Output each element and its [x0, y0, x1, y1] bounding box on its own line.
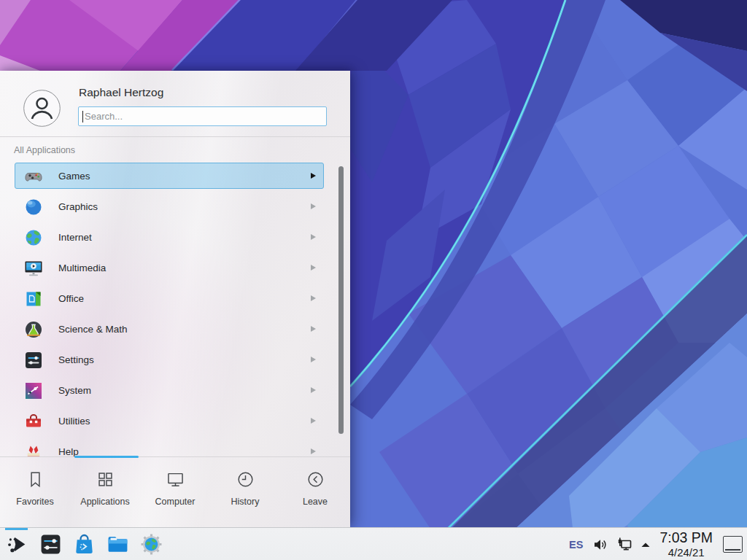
category-item-graphics[interactable]: Graphics [15, 193, 324, 219]
utilities-icon [23, 411, 44, 432]
category-label: Science & Math [58, 324, 128, 335]
submenu-arrow-icon [311, 387, 316, 393]
category-label: Multimedia [58, 262, 106, 273]
submenu-arrow-icon [311, 326, 316, 332]
expand-tray-icon[interactable] [640, 541, 651, 548]
category-item-help[interactable]: Help [15, 438, 324, 456]
category-item-settings[interactable]: Settings [15, 346, 324, 373]
taskbar-button-file-manager[interactable] [101, 528, 134, 560]
submenu-arrow-icon [311, 295, 316, 301]
help-icon [23, 442, 44, 456]
globe-icon [23, 228, 44, 248]
tab-history[interactable]: History [210, 457, 280, 527]
desktop: Raphael Hertzog Search... All Applicatio… [0, 0, 747, 560]
category-item-science-math[interactable]: Science & Math [15, 316, 324, 342]
search-placeholder: Search... [85, 111, 123, 122]
submenu-arrow-icon [311, 234, 316, 240]
volume-icon[interactable] [592, 537, 608, 553]
system-settings-icon [39, 533, 62, 556]
tab-label: Applications [80, 497, 129, 507]
clock-time: 7:03 PM [659, 531, 713, 545]
history-clock-icon [236, 470, 255, 489]
tab-applications[interactable]: Applications [70, 457, 140, 527]
bookmark-icon [26, 470, 45, 489]
category-label: Graphics [58, 201, 98, 212]
category-list: GamesGraphicsInternetMultimediaOfficeSci… [0, 163, 350, 456]
tab-label: Computer [155, 497, 196, 507]
computer-icon [166, 470, 185, 489]
show-desktop-button[interactable] [723, 536, 743, 553]
tab-label: Leave [303, 497, 328, 507]
category-label: Office [58, 293, 84, 304]
submenu-arrow-icon [311, 418, 316, 424]
kde-launcher-icon [6, 533, 28, 556]
app-grid-icon [96, 470, 115, 489]
multimedia-icon [23, 258, 44, 279]
category-label: Games [58, 171, 90, 182]
category-label: Utilities [58, 416, 90, 427]
section-label: All Applications [14, 145, 75, 155]
category-label: System [58, 385, 91, 396]
tab-computer[interactable]: Computer [140, 457, 210, 527]
taskbar-button-system-settings[interactable] [34, 528, 67, 560]
active-tab-indicator [74, 456, 139, 458]
submenu-arrow-icon [311, 173, 316, 179]
header-divider [0, 136, 350, 137]
gamepad-icon [23, 166, 44, 187]
category-label: Settings [58, 354, 94, 365]
digital-clock[interactable]: 7:03 PM 4/24/21 [659, 531, 713, 558]
category-item-office[interactable]: Office [15, 285, 324, 311]
science-icon [23, 319, 44, 340]
submenu-arrow-icon [311, 357, 316, 362]
category-item-games[interactable]: Games [15, 163, 324, 189]
taskbar-button-discover[interactable] [67, 528, 101, 560]
taskbar: ES 7:03 PM 4/24/21 [0, 527, 747, 560]
active-task-indicator [5, 528, 28, 530]
user-name: Raphael Hertzog [79, 86, 163, 99]
submenu-arrow-icon [311, 265, 316, 271]
submenu-arrow-icon [311, 448, 316, 454]
browser-icon [140, 533, 163, 556]
category-item-multimedia[interactable]: Multimedia [15, 254, 324, 281]
taskbar-button-application-launcher[interactable] [0, 528, 34, 560]
leave-icon [306, 470, 325, 489]
discover-icon [73, 533, 96, 556]
tab-leave[interactable]: Leave [280, 457, 350, 527]
settings-icon [23, 350, 44, 370]
category-label: Help [58, 446, 79, 457]
taskbar-app-icons [0, 528, 168, 560]
submenu-arrow-icon [311, 203, 316, 209]
system-icon [23, 381, 44, 401]
office-icon [23, 289, 44, 309]
tab-label: Favorites [16, 497, 53, 507]
dolphin-icon [107, 533, 129, 556]
footer-tab-bar: FavoritesApplicationsComputerHistoryLeav… [0, 456, 350, 527]
scrollbar-thumb[interactable] [338, 166, 344, 434]
clock-date: 4/24/21 [659, 547, 713, 558]
avatar[interactable] [23, 90, 61, 127]
tab-label: History [231, 497, 260, 507]
sphere-icon [23, 197, 44, 217]
category-item-system[interactable]: System [15, 377, 324, 403]
application-launcher-menu: Raphael Hertzog Search... All Applicatio… [0, 71, 350, 527]
system-tray: ES 7:03 PM 4/24/21 [569, 528, 743, 560]
network-icon[interactable] [616, 537, 632, 553]
search-input[interactable]: Search... [78, 106, 327, 126]
text-caret [82, 111, 83, 122]
category-label: Internet [58, 232, 92, 243]
category-item-internet[interactable]: Internet [15, 224, 324, 250]
keyboard-layout-indicator[interactable]: ES [569, 539, 583, 551]
taskbar-button-web-browser[interactable] [134, 528, 168, 560]
tab-favorites[interactable]: Favorites [0, 457, 70, 527]
category-item-utilities[interactable]: Utilities [15, 408, 324, 434]
launcher-header: Raphael Hertzog Search... [0, 71, 350, 140]
